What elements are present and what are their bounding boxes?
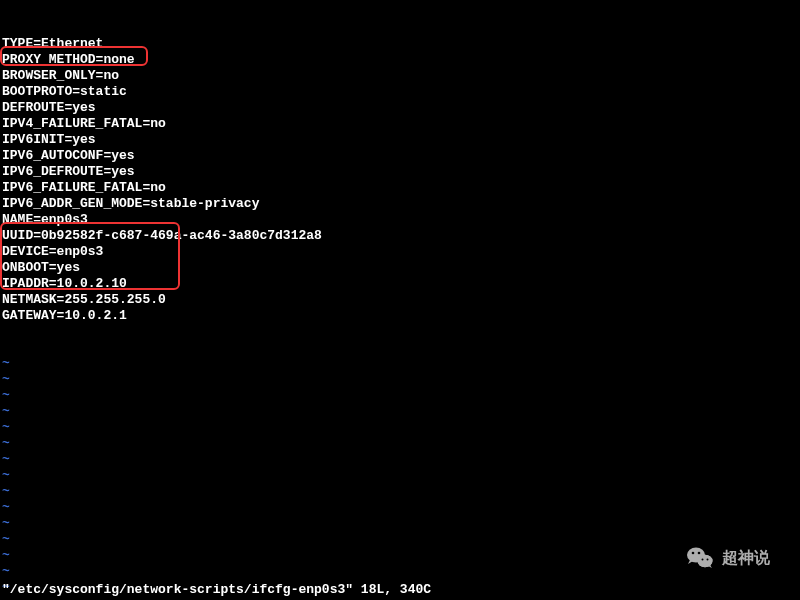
vim-tilde-line: ~	[2, 468, 798, 484]
config-line: DEVICE=enp0s3	[2, 244, 798, 260]
vim-tilde-line: ~	[2, 388, 798, 404]
config-line: PROXY_METHOD=none	[2, 52, 798, 68]
vim-tilde-line: ~	[2, 516, 798, 532]
config-line: UUID=0b92582f-c687-469a-ac46-3a80c7d312a…	[2, 228, 798, 244]
config-line: NETMASK=255.255.255.0	[2, 292, 798, 308]
terminal-editor[interactable]: TYPE=EthernetPROXY_METHOD=noneBROWSER_ON…	[0, 0, 800, 600]
config-line: IPV6_FAILURE_FATAL=no	[2, 180, 798, 196]
config-line: IPADDR=10.0.2.10	[2, 276, 798, 292]
config-line: DEFROUTE=yes	[2, 100, 798, 116]
svg-point-6	[702, 559, 704, 561]
config-line: ONBOOT=yes	[2, 260, 798, 276]
vim-tilde-line: ~	[2, 484, 798, 500]
config-line: GATEWAY=10.0.2.1	[2, 308, 798, 324]
vim-tilde-line: ~	[2, 436, 798, 452]
config-line: IPV4_FAILURE_FATAL=no	[2, 116, 798, 132]
watermark-text: 超神说	[722, 550, 770, 566]
vim-tilde-line: ~	[2, 564, 798, 580]
config-line: IPV6_AUTOCONF=yes	[2, 148, 798, 164]
config-line: IPV6INIT=yes	[2, 132, 798, 148]
config-line: IPV6_ADDR_GEN_MODE=stable-privacy	[2, 196, 798, 212]
vim-tilde-line: ~	[2, 500, 798, 516]
empty-lines: ~~~~~~~~~~~~~~~~	[2, 356, 798, 600]
vim-tilde-line: ~	[2, 356, 798, 372]
config-content: TYPE=EthernetPROXY_METHOD=noneBROWSER_ON…	[2, 36, 798, 324]
config-line: NAME=enp0s3	[2, 212, 798, 228]
svg-point-5	[698, 552, 701, 555]
vim-tilde-line: ~	[2, 372, 798, 388]
vim-status-line: "/etc/sysconfig/network-scripts/ifcfg-en…	[2, 582, 431, 598]
watermark: 超神说	[686, 546, 770, 570]
svg-point-3	[698, 555, 713, 567]
vim-tilde-line: ~	[2, 548, 798, 564]
svg-point-7	[707, 559, 709, 561]
vim-tilde-line: ~	[2, 420, 798, 436]
wechat-icon	[686, 546, 714, 570]
config-line: IPV6_DEFROUTE=yes	[2, 164, 798, 180]
config-line: BOOTPROTO=static	[2, 84, 798, 100]
vim-tilde-line: ~	[2, 404, 798, 420]
svg-point-4	[692, 552, 695, 555]
vim-tilde-line: ~	[2, 532, 798, 548]
vim-tilde-line: ~	[2, 452, 798, 468]
config-line: BROWSER_ONLY=no	[2, 68, 798, 84]
config-line: TYPE=Ethernet	[2, 36, 798, 52]
